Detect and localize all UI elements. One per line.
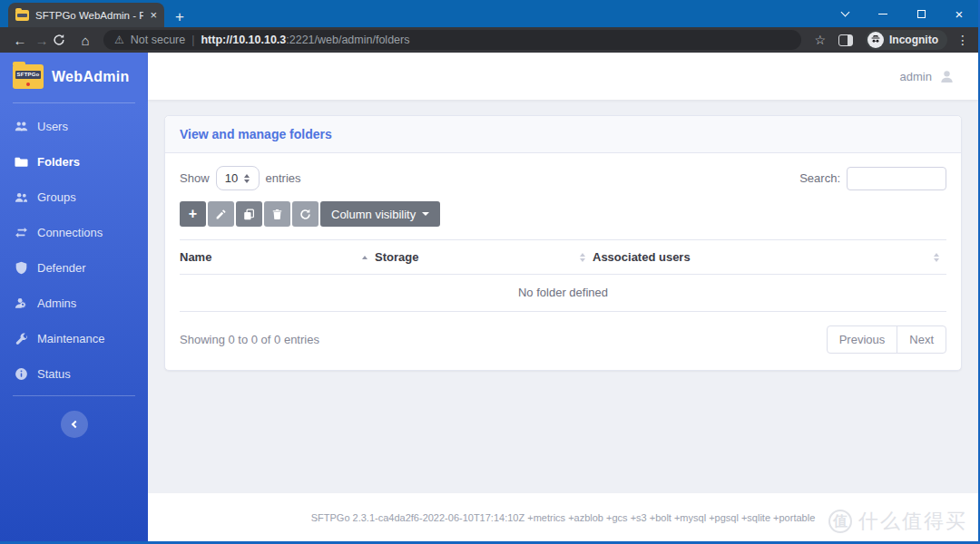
watermark-badge: 值 xyxy=(828,510,852,533)
sidebar-item-connections[interactable]: Connections xyxy=(0,215,148,250)
sidebar-item-folders[interactable]: Folders xyxy=(0,144,148,180)
refresh-icon xyxy=(299,209,311,220)
trash-icon xyxy=(271,209,283,220)
smzdm-watermark: 值 什么值得买 xyxy=(828,508,967,535)
select-stepper-icon xyxy=(244,174,250,183)
sidebar-divider xyxy=(13,102,135,103)
sftpgo-logo-icon: SFTPGo xyxy=(13,64,44,89)
browser-tab[interactable]: SFTPGo WebAdmin - Folders × xyxy=(8,3,164,27)
wrench-icon xyxy=(15,332,28,345)
search-input[interactable] xyxy=(847,167,946,190)
plus-icon: + xyxy=(189,207,197,221)
sidebar-item-label: Connections xyxy=(37,226,103,239)
security-label[interactable]: Not secure xyxy=(131,34,185,46)
column-visibility-button[interactable]: Column visibility xyxy=(320,201,440,227)
groups-icon xyxy=(15,190,28,204)
delete-folder-button[interactable] xyxy=(264,201,290,227)
clone-folder-button[interactable] xyxy=(236,201,262,227)
sidebar-item-defender[interactable]: Defender xyxy=(0,250,148,286)
minimize-button[interactable] xyxy=(864,0,902,27)
column-visibility-label: Column visibility xyxy=(331,208,416,221)
sidebar-item-label: Users xyxy=(37,120,68,133)
side-panel-icon[interactable] xyxy=(838,34,853,46)
pagination: Previous Next xyxy=(827,325,946,354)
sidebar-item-label: Groups xyxy=(37,190,76,204)
refresh-button[interactable] xyxy=(292,201,318,227)
edit-folder-button[interactable] xyxy=(208,201,234,227)
column-header-storage[interactable]: Storage xyxy=(375,240,593,275)
sidebar: SFTPGo WebAdmin Users Folders Groups Con xyxy=(0,53,148,541)
page-url[interactable]: http://10.10.10.3:2221/web/admin/folders xyxy=(201,34,409,46)
sort-icon xyxy=(934,253,939,262)
table-controls-row: Show 10 entries Search: xyxy=(180,166,946,190)
connections-icon xyxy=(15,226,28,239)
sidebar-divider xyxy=(13,395,135,396)
sort-icon xyxy=(580,253,585,262)
sftpgo-favicon-icon xyxy=(15,10,29,21)
admin-cog-icon xyxy=(15,296,28,310)
brand-title: WebAdmin xyxy=(52,69,130,85)
search-label: Search: xyxy=(799,171,840,185)
page-body: SFTPGo WebAdmin Users Folders Groups Con xyxy=(0,53,978,541)
forward-icon[interactable]: → xyxy=(31,34,53,47)
table-footer: Showing 0 to 0 of 0 entries Previous Nex… xyxy=(180,325,946,354)
sidebar-item-groups[interactable]: Groups xyxy=(0,180,148,215)
search-control: Search: xyxy=(799,167,946,190)
folders-card: View and manage folders Show 10 entries xyxy=(164,115,962,371)
sidebar-item-label: Folders xyxy=(37,155,80,169)
page-footer: SFTPGo 2.3.1-ca4da2f6-2022-06-10T17:14:1… xyxy=(148,493,978,541)
home-icon[interactable]: ⌂ xyxy=(74,34,96,47)
browser-titlebar: SFTPGo WebAdmin - Folders × + × xyxy=(0,0,978,27)
sidebar-item-admins[interactable]: Admins xyxy=(0,286,148,321)
back-icon[interactable]: ← xyxy=(9,34,31,47)
incognito-badge: Incognito xyxy=(866,30,947,50)
content-column: admin View and manage folders Show xyxy=(148,53,978,541)
column-header-name[interactable]: Name xyxy=(180,240,375,275)
empty-message: No folder defined xyxy=(180,275,946,312)
column-header-associated-users[interactable]: Associated users xyxy=(593,240,946,275)
window-controls: × xyxy=(826,0,978,27)
folders-table-wrap: Name Storage Associated us xyxy=(180,239,946,354)
tab-search-chevron-icon[interactable] xyxy=(826,0,864,27)
incognito-spy-icon xyxy=(867,32,884,48)
tab-close-icon[interactable]: × xyxy=(150,9,157,21)
page-title: View and manage folders xyxy=(180,127,332,141)
shield-icon xyxy=(15,261,28,275)
previous-page-button[interactable]: Previous xyxy=(827,325,898,354)
sidebar-item-users[interactable]: Users xyxy=(0,109,148,144)
sidebar-item-maintenance[interactable]: Maintenance xyxy=(0,321,148,356)
users-icon xyxy=(15,120,28,133)
reload-icon[interactable] xyxy=(53,34,74,46)
topbar: admin xyxy=(148,53,978,100)
entries-summary: Showing 0 to 0 of 0 entries xyxy=(180,333,319,346)
browser-menu-icon[interactable]: ⋮ xyxy=(956,33,969,47)
page-size-select[interactable]: 10 xyxy=(216,166,260,190)
close-button[interactable]: × xyxy=(940,0,978,27)
maximize-button[interactable] xyxy=(902,0,940,27)
browser-window: SFTPGo WebAdmin - Folders × + × ← → ⌂ ⚠ … xyxy=(0,0,980,544)
chevron-left-icon xyxy=(72,421,79,428)
folder-icon xyxy=(15,155,28,169)
add-folder-button[interactable]: + xyxy=(180,201,206,227)
entries-label: entries xyxy=(266,171,301,185)
sidebar-item-status[interactable]: Status xyxy=(0,356,148,392)
new-tab-button[interactable]: + xyxy=(175,9,184,24)
bookmark-star-icon[interactable]: ☆ xyxy=(814,33,826,47)
brand[interactable]: SFTPGo WebAdmin xyxy=(0,53,148,99)
sidebar-collapse-button[interactable] xyxy=(61,411,88,438)
url-separator: | xyxy=(191,34,194,46)
logged-in-username[interactable]: admin xyxy=(900,70,932,83)
user-avatar-icon[interactable] xyxy=(939,69,955,84)
folder-actions-toolbar: + xyxy=(180,201,946,227)
next-page-button[interactable]: Next xyxy=(897,325,946,354)
not-secure-warning-icon: ⚠ xyxy=(114,34,124,46)
caret-down-icon xyxy=(422,212,429,216)
address-bar[interactable]: ⚠ Not secure | http://10.10.10.3:2221/we… xyxy=(103,30,801,50)
sidebar-item-label: Defender xyxy=(37,261,85,275)
main-content: View and manage folders Show 10 entries xyxy=(148,100,978,493)
table-empty-row: No folder defined xyxy=(180,275,946,312)
sidebar-item-label: Maintenance xyxy=(37,332,104,345)
copy-icon xyxy=(243,209,255,220)
page-length-control: Show 10 entries xyxy=(180,166,301,190)
watermark-text: 什么值得买 xyxy=(858,508,967,535)
